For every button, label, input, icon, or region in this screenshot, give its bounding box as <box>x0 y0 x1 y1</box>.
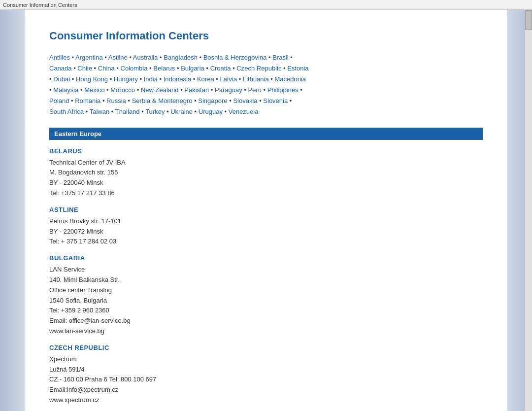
link-morocco[interactable]: Morocco <box>110 86 135 94</box>
link-dubai[interactable]: Dubai <box>53 75 70 83</box>
link-taiwan[interactable]: Taiwan <box>90 108 109 115</box>
link-venezuela[interactable]: Venezuela <box>229 108 259 115</box>
link-belarus[interactable]: Belarus <box>153 65 175 72</box>
link-singapore[interactable]: Singapore <box>198 97 227 104</box>
link-mexico[interactable]: Mexico <box>84 86 104 94</box>
links-line5: Poland • Romania • Russia • Serbia & Mon… <box>49 97 292 104</box>
link-serbia[interactable]: Serbia & Montenegro <box>132 97 193 104</box>
link-korea[interactable]: Korea <box>197 75 214 83</box>
link-chile[interactable]: Chile <box>77 65 92 72</box>
link-china[interactable]: China <box>98 65 115 72</box>
link-indonesia[interactable]: Indonesia <box>164 75 191 83</box>
links-section: Antilles • Argentina • Astline • Austral… <box>49 52 483 118</box>
link-paraguay[interactable]: Paraguay <box>215 86 242 94</box>
link-estonia[interactable]: Estonia <box>287 65 308 72</box>
link-ukraine[interactable]: Ukraine <box>170 108 193 115</box>
links-line4: • Malaysia • Mexico • Morocco • New Zeal… <box>49 86 302 94</box>
link-slovakia[interactable]: Slovakia <box>233 97 257 104</box>
country-title-bulgaria[interactable]: BULGARIA <box>49 254 483 262</box>
link-russia[interactable]: Russia <box>106 97 126 104</box>
link-colombia[interactable]: Colombia <box>121 65 148 72</box>
country-info-belarus: Technical Center of JV IBA M. Bogdanovic… <box>49 158 483 199</box>
country-title-astline[interactable]: ASTLINE <box>49 206 483 213</box>
link-malaysia[interactable]: Malaysia <box>53 86 78 94</box>
link-hungary[interactable]: Hungary <box>114 75 138 83</box>
link-antilles[interactable]: Antilles <box>49 54 70 61</box>
country-info-czech-republic: Xpectrum Lužná 591/4 CZ - 160 00 Praha 6… <box>49 354 483 406</box>
link-latvia[interactable]: Latvia <box>220 75 237 83</box>
scrollbar-thumb[interactable] <box>525 10 532 30</box>
eastern-europe-header: Eastern Europe <box>49 128 483 140</box>
country-title-belarus[interactable]: BELARUS <box>49 147 483 155</box>
link-croatia[interactable]: Croatia <box>210 65 231 72</box>
content-area: Consumer Information Centers Antilles • … <box>25 10 507 411</box>
links-line3: • Dubai • Hong Kong • Hungary • India • … <box>49 75 306 83</box>
link-pakistan[interactable]: Pakistan <box>184 86 209 94</box>
link-bulgaria[interactable]: Bulgaria <box>181 65 204 72</box>
link-argentina[interactable]: Argentina <box>75 54 103 61</box>
links-line6: South Africa • Taiwan • Thailand • Turke… <box>49 108 258 115</box>
sidebar-right <box>507 10 532 411</box>
link-new-zealand[interactable]: New Zealand <box>141 86 179 94</box>
link-philippines[interactable]: Philippines <box>267 86 299 94</box>
scrollbar[interactable] <box>524 10 532 411</box>
link-turkey[interactable]: Turkey <box>145 108 165 115</box>
country-title-czech-republic[interactable]: CZECH REPUBLIC <box>49 344 483 351</box>
main-layout: Consumer Information Centers Antilles • … <box>0 10 532 411</box>
link-brasil[interactable]: Brasil <box>272 54 289 61</box>
link-south-africa[interactable]: South Africa <box>49 108 84 115</box>
link-australia[interactable]: Australia <box>133 54 158 61</box>
links-line1: Antilles • Argentina • Astline • Austral… <box>49 54 293 61</box>
link-canada[interactable]: Canada <box>49 65 72 72</box>
sidebar-left <box>0 10 25 411</box>
link-astline[interactable]: Astline <box>108 54 128 61</box>
link-thailand[interactable]: Thailand <box>115 108 140 115</box>
country-info-bulgaria: LAN Service 140, Mimi Balkanska Str. Off… <box>49 265 483 337</box>
link-czech-republic[interactable]: Czech Republic <box>236 65 281 72</box>
link-macedonia[interactable]: Macedonia <box>275 75 306 83</box>
links-line2: Canada • Chile • China • Colombia • Bela… <box>49 65 309 72</box>
title-bar: Consumer Information Centers <box>0 0 532 10</box>
title-bar-text: Consumer Information Centers <box>3 2 77 8</box>
link-bosnia[interactable]: Bosnia & Herzegovina <box>203 54 267 61</box>
link-lithuania[interactable]: Lithuania <box>243 75 269 83</box>
link-romania[interactable]: Romania <box>75 97 100 104</box>
link-bangladesh[interactable]: Bangladesh <box>164 54 198 61</box>
link-poland[interactable]: Poland <box>49 97 69 104</box>
link-slovenia[interactable]: Slovenia <box>263 97 288 104</box>
page-title: Consumer Information Centers <box>49 30 483 42</box>
link-india[interactable]: India <box>144 75 158 83</box>
country-info-astline: Petrus Brovky str. 17-101 BY - 220072 Mi… <box>49 216 483 247</box>
link-peru[interactable]: Peru <box>248 86 261 94</box>
link-uruguay[interactable]: Uruguay <box>199 108 223 115</box>
link-hong-kong[interactable]: Hong Kong <box>76 75 108 83</box>
